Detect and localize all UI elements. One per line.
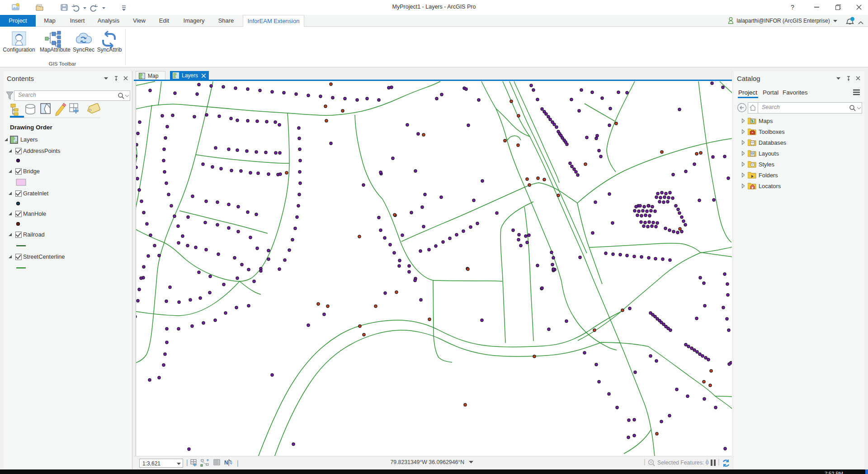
svg-text:|: | xyxy=(237,460,239,467)
svg-text:N: N xyxy=(224,460,228,466)
